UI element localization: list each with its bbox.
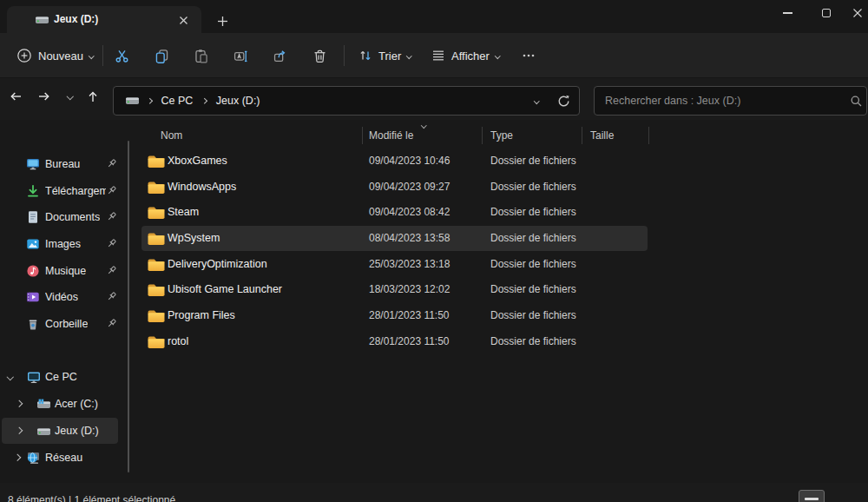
sidebar-item-images[interactable]: Images: [0, 231, 127, 257]
sort-icon: [358, 49, 372, 63]
file-name: XboxGames: [168, 149, 227, 174]
circle-plus-icon: [16, 48, 32, 63]
file-row[interactable]: Steam 09/04/2023 08:42 Dossier de fichie…: [141, 200, 648, 225]
copy-button[interactable]: [147, 41, 176, 70]
breadcrumb-item-jeux-d[interactable]: Jeux (D:): [214, 95, 262, 107]
sidebar-item-documents[interactable]: Documents: [0, 204, 127, 230]
folder-icon: [148, 309, 165, 323]
tab-jeux-d[interactable]: Jeux (D:): [7, 6, 201, 33]
sidebar-item-telechargements[interactable]: Téléchargements: [0, 178, 127, 204]
tree-item-acer-c[interactable]: Acer (C:): [0, 391, 127, 417]
file-type: Dossier de fichiers: [490, 200, 576, 225]
new-button[interactable]: Nouveau: [9, 41, 102, 70]
back-button[interactable]: [3, 83, 29, 109]
chevron-collapsed-icon[interactable]: [16, 400, 23, 407]
download-icon: [26, 184, 40, 198]
tree-item-label: Ce PC: [45, 364, 77, 390]
file-name: WindowsApps: [168, 175, 236, 200]
file-modified: 09/04/2023 09:27: [369, 175, 450, 200]
sidebar-item-bureau[interactable]: Bureau: [0, 151, 127, 177]
tree-item-reseau[interactable]: Réseau: [0, 445, 127, 471]
cut-button[interactable]: [107, 41, 136, 70]
breadcrumb-separator-icon: [147, 98, 152, 103]
file-name: Steam: [168, 200, 199, 225]
pin-icon: [106, 238, 117, 249]
details-view-toggle-button[interactable]: [799, 490, 825, 502]
minimize-button[interactable]: [775, 0, 799, 26]
more-options-button[interactable]: [514, 41, 543, 70]
pin-icon: [106, 291, 117, 302]
cut-icon: [115, 49, 129, 63]
column-separator[interactable]: [648, 127, 649, 144]
file-type: Dossier de fichiers: [490, 277, 576, 302]
file-row[interactable]: WindowsApps 09/04/2023 09:27 Dossier de …: [141, 175, 648, 200]
refresh-icon[interactable]: [556, 94, 571, 109]
sidebar-item-label: Documents: [45, 204, 100, 230]
chevron-collapsed-icon[interactable]: [14, 454, 21, 461]
file-type: Dossier de fichiers: [490, 226, 576, 251]
tree-item-jeux-d[interactable]: Jeux (D:): [0, 418, 127, 444]
close-icon: [852, 8, 863, 18]
rename-button[interactable]: [226, 41, 255, 70]
file-row[interactable]: Program Files 28/01/2023 11:50 Dossier d…: [141, 303, 648, 328]
close-button[interactable]: [847, 0, 868, 26]
sort-button[interactable]: Trier: [351, 41, 419, 70]
rename-icon: [233, 49, 248, 63]
column-header-modified[interactable]: Modifié le: [369, 129, 413, 142]
sidebar-scrollbar[interactable]: [128, 141, 129, 472]
status-bar: 8 élément(s) | 1 élément sélectionné: [0, 483, 868, 502]
sidebar-item-label: Images: [45, 231, 81, 257]
up-button[interactable]: [80, 83, 106, 109]
search-box[interactable]: [594, 86, 867, 116]
sidebar-item-videos[interactable]: Vidéos: [0, 284, 127, 310]
sidebar-item-corbeille[interactable]: Corbeille: [0, 311, 127, 337]
file-type: Dossier de fichiers: [490, 329, 576, 354]
view-button[interactable]: Afficher: [424, 41, 507, 70]
column-separator[interactable]: [482, 127, 483, 144]
arrow-right-icon: [36, 89, 51, 103]
search-input[interactable]: [605, 87, 839, 115]
navigation-band: Ce PC Jeux (D:): [0, 78, 868, 120]
sidebar-item-label: Musique: [45, 258, 86, 284]
delete-button[interactable]: [305, 41, 334, 70]
file-row[interactable]: Ubisoft Game Launcher 18/03/2023 12:02 D…: [141, 277, 648, 302]
file-modified: 28/01/2023 11:50: [369, 303, 450, 328]
pin-icon: [106, 318, 117, 329]
column-separator[interactable]: [582, 127, 582, 144]
folder-icon: [148, 258, 165, 272]
file-type: Dossier de fichiers: [490, 252, 576, 277]
file-row[interactable]: XboxGames 09/04/2023 10:46 Dossier de fi…: [141, 149, 648, 174]
sidebar-item-musique[interactable]: Musique: [0, 258, 127, 284]
maximize-button[interactable]: [814, 0, 838, 26]
file-modified: 18/03/2023 12:02: [369, 277, 450, 302]
file-type: Dossier de fichiers: [490, 175, 576, 200]
file-row[interactable]: rotol 28/01/2023 11:50 Dossier de fichie…: [141, 329, 648, 354]
desktop-icon: [26, 157, 40, 171]
command-bar: Nouveau: [0, 33, 868, 78]
file-explorer-window: Jeux (D:) Nouveau: [0, 0, 868, 502]
column-header-type[interactable]: Type: [490, 129, 513, 142]
sidebar-item-label: Téléchargements: [45, 178, 106, 204]
forward-button[interactable]: [30, 83, 56, 109]
chevron-down-icon: [67, 93, 74, 100]
share-button[interactable]: [265, 41, 294, 70]
column-header-size[interactable]: Taille: [590, 129, 614, 142]
column-header-name[interactable]: Nom: [161, 129, 182, 142]
paste-button[interactable]: [186, 41, 215, 70]
file-modified: 09/04/2023 10:46: [369, 149, 450, 174]
chevron-expanded-icon[interactable]: [7, 373, 14, 380]
tree-item-ce-pc[interactable]: Ce PC: [0, 364, 127, 390]
new-tab-button[interactable]: [212, 10, 233, 31]
sidebar-item-label: Corbeille: [45, 311, 88, 337]
minimize-icon: [783, 12, 792, 14]
breadcrumb-item-ce-pc[interactable]: Ce PC: [160, 95, 195, 107]
file-row[interactable]: DeliveryOptimization 25/03/2023 13:18 Do…: [141, 252, 648, 277]
system-drive-icon: [36, 399, 51, 410]
address-bar[interactable]: Ce PC Jeux (D:): [113, 86, 580, 116]
sidebar-item-label: Vidéos: [45, 284, 78, 310]
chevron-collapsed-icon[interactable]: [16, 427, 23, 434]
file-row-selected[interactable]: WpSystem 08/04/2023 13:58 Dossier de fic…: [141, 226, 648, 251]
tab-close-icon[interactable]: [174, 10, 193, 30]
column-separator[interactable]: [362, 127, 363, 144]
network-icon: [26, 451, 41, 465]
